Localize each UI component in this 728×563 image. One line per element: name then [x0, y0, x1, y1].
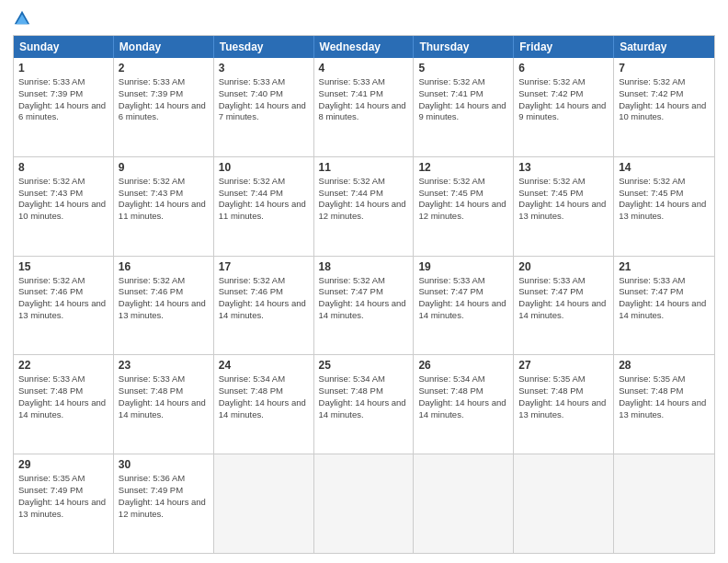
- cal-cell: 17Sunrise: 5:32 AMSunset: 7:46 PMDayligh…: [214, 257, 314, 355]
- day-number: 21: [619, 260, 710, 273]
- header-cell-sunday: Sunday: [14, 36, 114, 58]
- day-info: Sunrise: 5:32 AMSunset: 7:45 PMDaylight:…: [619, 176, 710, 223]
- cal-cell: 24Sunrise: 5:34 AMSunset: 7:48 PMDayligh…: [214, 355, 314, 454]
- day-info: Sunrise: 5:32 AMSunset: 7:42 PMDaylight:…: [518, 76, 609, 123]
- cal-cell: 18Sunrise: 5:32 AMSunset: 7:47 PMDayligh…: [314, 257, 415, 355]
- header-cell-thursday: Thursday: [414, 36, 514, 58]
- cal-cell: 29Sunrise: 5:35 AMSunset: 7:49 PMDayligh…: [14, 454, 114, 553]
- day-info: Sunrise: 5:32 AMSunset: 7:43 PMDaylight:…: [119, 176, 209, 223]
- header: [13, 9, 715, 28]
- day-info: Sunrise: 5:32 AMSunset: 7:46 PMDaylight:…: [219, 275, 309, 322]
- logo-icon: [13, 9, 31, 28]
- day-info: Sunrise: 5:32 AMSunset: 7:47 PMDaylight:…: [319, 275, 409, 322]
- cal-cell: 3Sunrise: 5:33 AMSunset: 7:40 PMDaylight…: [214, 58, 314, 156]
- day-info: Sunrise: 5:32 AMSunset: 7:42 PMDaylight:…: [619, 76, 710, 123]
- week-row-5: 29Sunrise: 5:35 AMSunset: 7:49 PMDayligh…: [14, 454, 714, 553]
- day-number: 22: [18, 359, 108, 372]
- day-number: 3: [219, 62, 309, 75]
- day-number: 28: [619, 359, 710, 372]
- cal-cell: 1Sunrise: 5:33 AMSunset: 7:39 PMDaylight…: [14, 58, 114, 156]
- day-number: 19: [418, 260, 508, 273]
- day-number: 8: [18, 161, 108, 174]
- cal-cell: 16Sunrise: 5:32 AMSunset: 7:46 PMDayligh…: [114, 257, 214, 355]
- cal-cell: [414, 454, 514, 553]
- cal-cell: 25Sunrise: 5:34 AMSunset: 7:48 PMDayligh…: [314, 355, 415, 454]
- day-info: Sunrise: 5:33 AMSunset: 7:48 PMDaylight:…: [18, 373, 108, 420]
- day-number: 17: [219, 260, 309, 273]
- cal-cell: 26Sunrise: 5:34 AMSunset: 7:48 PMDayligh…: [414, 355, 514, 454]
- cal-cell: 20Sunrise: 5:33 AMSunset: 7:47 PMDayligh…: [514, 257, 614, 355]
- cal-cell: [314, 454, 415, 553]
- header-cell-monday: Monday: [114, 36, 214, 58]
- cal-cell: 5Sunrise: 5:32 AMSunset: 7:41 PMDaylight…: [414, 58, 514, 156]
- cal-cell: 12Sunrise: 5:32 AMSunset: 7:45 PMDayligh…: [414, 157, 514, 256]
- header-cell-wednesday: Wednesday: [314, 36, 415, 58]
- week-row-2: 8Sunrise: 5:32 AMSunset: 7:43 PMDaylight…: [14, 156, 714, 256]
- cal-cell: [614, 454, 714, 553]
- cal-cell: [514, 454, 614, 553]
- day-number: 5: [418, 62, 508, 75]
- cal-cell: 10Sunrise: 5:32 AMSunset: 7:44 PMDayligh…: [214, 157, 314, 256]
- day-info: Sunrise: 5:35 AMSunset: 7:48 PMDaylight:…: [619, 373, 710, 420]
- day-number: 10: [219, 161, 309, 174]
- cal-cell: 19Sunrise: 5:33 AMSunset: 7:47 PMDayligh…: [414, 257, 514, 355]
- cal-cell: 15Sunrise: 5:32 AMSunset: 7:46 PMDayligh…: [14, 257, 114, 355]
- cal-cell: 23Sunrise: 5:33 AMSunset: 7:48 PMDayligh…: [114, 355, 214, 454]
- day-info: Sunrise: 5:33 AMSunset: 7:41 PMDaylight:…: [319, 76, 409, 123]
- cal-cell: 6Sunrise: 5:32 AMSunset: 7:42 PMDaylight…: [514, 58, 614, 156]
- day-info: Sunrise: 5:33 AMSunset: 7:48 PMDaylight:…: [119, 373, 209, 420]
- day-number: 24: [219, 359, 309, 372]
- calendar: SundayMondayTuesdayWednesdayThursdayFrid…: [13, 35, 715, 554]
- week-row-3: 15Sunrise: 5:32 AMSunset: 7:46 PMDayligh…: [14, 256, 714, 355]
- day-info: Sunrise: 5:32 AMSunset: 7:45 PMDaylight:…: [518, 176, 609, 223]
- day-number: 12: [418, 161, 508, 174]
- calendar-body: 1Sunrise: 5:33 AMSunset: 7:39 PMDaylight…: [14, 58, 714, 553]
- logo: [13, 9, 35, 28]
- day-info: Sunrise: 5:35 AMSunset: 7:48 PMDaylight:…: [518, 373, 609, 420]
- day-info: Sunrise: 5:32 AMSunset: 7:41 PMDaylight:…: [418, 76, 508, 123]
- day-info: Sunrise: 5:34 AMSunset: 7:48 PMDaylight:…: [418, 373, 508, 420]
- cal-cell: 30Sunrise: 5:36 AMSunset: 7:49 PMDayligh…: [114, 454, 214, 553]
- day-info: Sunrise: 5:33 AMSunset: 7:39 PMDaylight:…: [119, 76, 209, 123]
- week-row-4: 22Sunrise: 5:33 AMSunset: 7:48 PMDayligh…: [14, 354, 714, 454]
- cal-cell: 11Sunrise: 5:32 AMSunset: 7:44 PMDayligh…: [314, 157, 415, 256]
- day-number: 25: [319, 359, 409, 372]
- day-info: Sunrise: 5:34 AMSunset: 7:48 PMDaylight:…: [319, 373, 409, 420]
- cal-cell: 7Sunrise: 5:32 AMSunset: 7:42 PMDaylight…: [614, 58, 714, 156]
- cal-cell: 2Sunrise: 5:33 AMSunset: 7:39 PMDaylight…: [114, 58, 214, 156]
- day-info: Sunrise: 5:32 AMSunset: 7:44 PMDaylight:…: [319, 176, 409, 223]
- cal-cell: 22Sunrise: 5:33 AMSunset: 7:48 PMDayligh…: [14, 355, 114, 454]
- cal-cell: [214, 454, 314, 553]
- cal-cell: 21Sunrise: 5:33 AMSunset: 7:47 PMDayligh…: [614, 257, 714, 355]
- day-info: Sunrise: 5:33 AMSunset: 7:47 PMDaylight:…: [518, 275, 609, 322]
- day-info: Sunrise: 5:32 AMSunset: 7:46 PMDaylight:…: [18, 275, 108, 322]
- day-info: Sunrise: 5:33 AMSunset: 7:47 PMDaylight:…: [418, 275, 508, 322]
- cal-cell: 8Sunrise: 5:32 AMSunset: 7:43 PMDaylight…: [14, 157, 114, 256]
- day-number: 9: [119, 161, 209, 174]
- day-info: Sunrise: 5:35 AMSunset: 7:49 PMDaylight:…: [18, 473, 108, 520]
- day-number: 20: [518, 260, 609, 273]
- cal-cell: 28Sunrise: 5:35 AMSunset: 7:48 PMDayligh…: [614, 355, 714, 454]
- day-info: Sunrise: 5:32 AMSunset: 7:45 PMDaylight:…: [418, 176, 508, 223]
- header-cell-saturday: Saturday: [614, 36, 714, 58]
- calendar-header: SundayMondayTuesdayWednesdayThursdayFrid…: [14, 36, 714, 58]
- day-number: 1: [18, 62, 108, 75]
- day-info: Sunrise: 5:32 AMSunset: 7:46 PMDaylight:…: [119, 275, 209, 322]
- day-info: Sunrise: 5:36 AMSunset: 7:49 PMDaylight:…: [119, 473, 209, 520]
- cal-cell: 14Sunrise: 5:32 AMSunset: 7:45 PMDayligh…: [614, 157, 714, 256]
- day-info: Sunrise: 5:32 AMSunset: 7:44 PMDaylight:…: [219, 176, 309, 223]
- cal-cell: 4Sunrise: 5:33 AMSunset: 7:41 PMDaylight…: [314, 58, 415, 156]
- day-number: 29: [18, 458, 108, 471]
- day-number: 15: [18, 260, 108, 273]
- day-number: 6: [518, 62, 609, 75]
- header-cell-tuesday: Tuesday: [214, 36, 314, 58]
- day-number: 2: [119, 62, 209, 75]
- cal-cell: 13Sunrise: 5:32 AMSunset: 7:45 PMDayligh…: [514, 157, 614, 256]
- header-cell-friday: Friday: [514, 36, 614, 58]
- day-info: Sunrise: 5:33 AMSunset: 7:40 PMDaylight:…: [219, 76, 309, 123]
- calendar-page: SundayMondayTuesdayWednesdayThursdayFrid…: [0, 0, 728, 563]
- day-number: 13: [518, 161, 609, 174]
- cal-cell: 9Sunrise: 5:32 AMSunset: 7:43 PMDaylight…: [114, 157, 214, 256]
- day-number: 27: [518, 359, 609, 372]
- day-info: Sunrise: 5:33 AMSunset: 7:39 PMDaylight:…: [18, 76, 108, 123]
